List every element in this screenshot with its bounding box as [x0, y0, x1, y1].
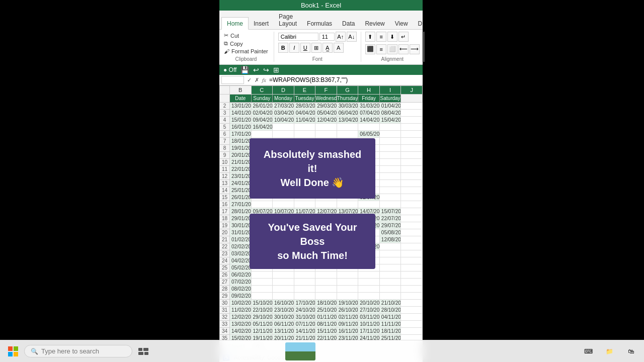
font-color-button[interactable]: A: [334, 43, 344, 53]
data-cell[interactable]: 21/11/2023: [294, 335, 315, 340]
date-cell[interactable]: 07/02/2023: [230, 279, 252, 286]
data-cell[interactable]: [358, 201, 380, 208]
data-cell[interactable]: [358, 124, 380, 131]
data-cell[interactable]: 26/01/2023: [251, 103, 273, 110]
system-tray[interactable]: ⌨: [580, 342, 598, 360]
data-cell[interactable]: 22/11/2023: [315, 335, 337, 340]
date-cell[interactable]: 17/01/2023: [230, 131, 252, 138]
data-cell[interactable]: [401, 180, 423, 187]
tab-formulas[interactable]: Formulas: [302, 18, 337, 29]
date-cell[interactable]: 08/02/2023: [230, 286, 252, 293]
data-cell[interactable]: [379, 124, 401, 131]
data-cell[interactable]: 05/11/2023: [251, 321, 273, 328]
data-cell[interactable]: [379, 152, 401, 159]
data-cell[interactable]: 20/11/2023: [273, 335, 294, 340]
data-cell[interactable]: 12/11/2023: [251, 328, 273, 335]
data-cell[interactable]: [379, 293, 401, 300]
autosave-toggle[interactable]: ● Off: [221, 66, 238, 73]
search-box[interactable]: 🔍: [24, 345, 132, 357]
data-cell[interactable]: [294, 293, 315, 300]
tab-page-layout[interactable]: Page Layout: [274, 11, 302, 29]
date-cell[interactable]: 06/02/2023: [230, 272, 252, 279]
data-cell[interactable]: [379, 145, 401, 152]
data-cell[interactable]: 09/04/2023: [251, 117, 273, 124]
data-cell[interactable]: [401, 124, 423, 131]
data-cell[interactable]: 08/11/2023: [315, 321, 337, 328]
data-cell[interactable]: [401, 117, 423, 124]
data-cell[interactable]: [379, 286, 401, 293]
date-cell[interactable]: 27/01/2023: [230, 201, 252, 208]
store-icon[interactable]: 🛍: [622, 342, 640, 360]
align-top-btn[interactable]: ⬆: [365, 32, 375, 42]
data-cell[interactable]: [401, 250, 423, 257]
data-cell[interactable]: [273, 293, 294, 300]
align-left-btn[interactable]: ⬛: [365, 44, 375, 54]
date-cell[interactable]: 25/01/2023: [230, 187, 252, 194]
data-cell[interactable]: [401, 286, 423, 293]
data-cell[interactable]: [401, 300, 423, 307]
data-cell[interactable]: 04/04/2023: [294, 110, 315, 117]
data-cell[interactable]: [401, 187, 423, 194]
data-cell[interactable]: [273, 279, 294, 286]
data-cell[interactable]: [358, 286, 380, 293]
data-cell[interactable]: 14/04/2023: [358, 117, 380, 124]
data-cell[interactable]: 15/11/2023: [315, 328, 337, 335]
data-cell[interactable]: 01/11/2023: [315, 314, 337, 321]
decrease-indent-btn[interactable]: ⟵: [398, 44, 409, 54]
data-cell[interactable]: 06/05/2023: [358, 131, 380, 138]
data-cell[interactable]: [401, 279, 423, 286]
data-cell[interactable]: [294, 272, 315, 279]
data-cell[interactable]: [251, 201, 273, 208]
tab-data[interactable]: Data: [337, 18, 360, 29]
date-cell[interactable]: 29/01/2023: [230, 215, 252, 222]
date-cell[interactable]: 19/01/2023: [230, 145, 252, 152]
date-cell[interactable]: 01/02/2023: [230, 236, 252, 243]
data-cell[interactable]: [401, 264, 423, 272]
tab-view[interactable]: View: [390, 18, 413, 29]
data-cell[interactable]: [379, 180, 401, 187]
data-cell[interactable]: 27/10/2023: [358, 307, 380, 314]
data-cell[interactable]: [251, 272, 273, 279]
date-cell[interactable]: 13/02/2023: [230, 321, 252, 328]
data-cell[interactable]: 29/03/2023: [315, 103, 337, 110]
data-cell[interactable]: [294, 286, 315, 293]
underline-button[interactable]: U: [300, 43, 310, 53]
cell-reference-box[interactable]: [221, 76, 244, 84]
align-mid-btn[interactable]: ≡: [376, 32, 386, 42]
data-cell[interactable]: [337, 272, 358, 279]
data-cell[interactable]: [337, 124, 358, 131]
data-cell[interactable]: [273, 286, 294, 293]
align-bottom-btn[interactable]: ⬇: [387, 32, 397, 42]
redo-btn[interactable]: ↪: [261, 66, 271, 74]
date-cell[interactable]: 02/02/2023: [230, 243, 252, 250]
data-cell[interactable]: [401, 166, 423, 173]
data-cell[interactable]: 18/10/2023: [315, 300, 337, 307]
data-cell[interactable]: 15/10/2023: [251, 300, 273, 307]
copy-button[interactable]: ⧉ Copy: [222, 40, 270, 47]
data-cell[interactable]: [379, 201, 401, 208]
date-cell[interactable]: 15/02/2023: [230, 335, 252, 340]
data-cell[interactable]: 15/07/2023: [379, 208, 401, 215]
data-cell[interactable]: 08/04/2023: [379, 110, 401, 117]
date-cell[interactable]: 14/02/2023: [230, 328, 252, 335]
data-cell[interactable]: 19/10/2023: [337, 300, 358, 307]
data-cell[interactable]: [294, 279, 315, 286]
data-cell[interactable]: [379, 257, 401, 264]
data-cell[interactable]: 12/04/2023: [315, 117, 337, 124]
undo-btn[interactable]: ↩: [251, 66, 261, 74]
date-cell[interactable]: 04/02/2023: [230, 257, 252, 264]
data-cell[interactable]: [379, 194, 401, 201]
data-cell[interactable]: 19/11/2023: [251, 335, 273, 340]
data-cell[interactable]: 06/04/2023: [337, 110, 358, 117]
data-cell[interactable]: 05/08/2023: [379, 229, 401, 236]
data-cell[interactable]: [401, 272, 423, 279]
data-cell[interactable]: 21/10/2023: [379, 300, 401, 307]
data-cell[interactable]: [337, 131, 358, 138]
data-cell[interactable]: 17/10/2023: [294, 300, 315, 307]
date-cell[interactable]: 20/01/2023: [230, 152, 252, 159]
data-cell[interactable]: 23/10/2023: [273, 307, 294, 314]
font-name-input[interactable]: [278, 33, 318, 41]
data-cell[interactable]: [315, 272, 337, 279]
data-cell[interactable]: [401, 314, 423, 321]
insert-function-btn[interactable]: 𝑓𝑥: [261, 77, 267, 83]
